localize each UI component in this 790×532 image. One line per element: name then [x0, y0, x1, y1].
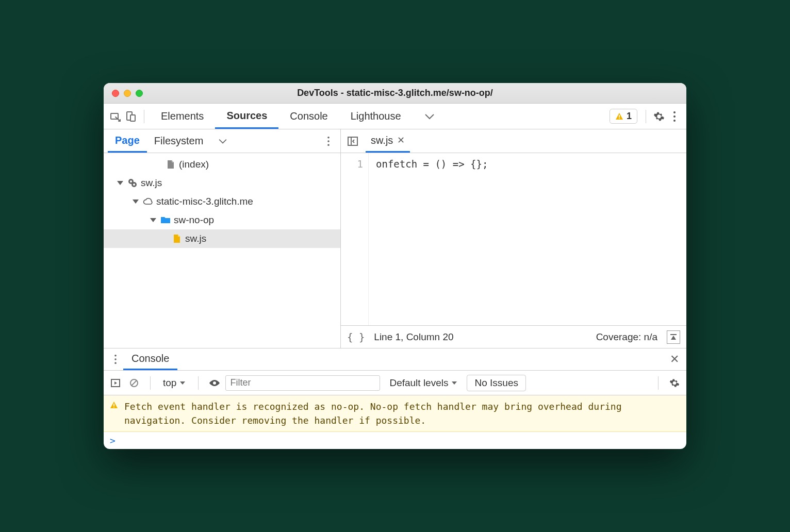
line-number: 1 [341, 158, 363, 170]
svg-point-7 [673, 120, 676, 122]
warnings-count: 1 [627, 111, 632, 122]
tree-label: sw-no-op [174, 214, 214, 226]
close-icon[interactable]: ✕ [667, 352, 682, 367]
editor-statusbar: { } Line 1, Column 20 Coverage: n/a [341, 325, 686, 348]
divider [646, 110, 646, 123]
tree-file-index[interactable]: (index) [104, 155, 340, 174]
console-prompt[interactable]: > [104, 432, 686, 449]
svg-point-14 [133, 184, 135, 186]
gear-icon[interactable] [667, 375, 682, 391]
levels-label: Default levels [389, 377, 448, 389]
svg-point-5 [673, 111, 676, 113]
code-line: onfetch = () => {}; [376, 158, 686, 170]
prompt-icon: > [110, 435, 116, 446]
navigator-tabs: Page Filesystem [104, 129, 340, 153]
tab-console[interactable]: Console [278, 104, 339, 129]
tree-label: sw.js [185, 233, 206, 244]
drawer-tab-console[interactable]: Console [123, 348, 177, 370]
code-editor[interactable]: 1 onfetch = () => {}; [341, 153, 686, 325]
tree-folder[interactable]: sw-no-op [104, 211, 340, 229]
svg-point-12 [130, 180, 132, 182]
svg-point-10 [327, 144, 330, 146]
navigator-tab-filesystem[interactable]: Filesystem [147, 129, 211, 153]
console-toolbar: top Default levels No Issues [104, 371, 686, 395]
tree-domain[interactable]: static-misc-3.glitch.me [104, 192, 340, 211]
svg-rect-16 [670, 334, 677, 335]
play-icon[interactable] [108, 375, 123, 391]
divider [144, 110, 144, 123]
file-tabs: sw.js ✕ [341, 129, 686, 153]
main-toolbar: Elements Sources Console Lighthouse 1 [104, 104, 686, 129]
clear-console-icon[interactable] [126, 375, 142, 391]
code-content: onfetch = () => {}; [369, 153, 686, 325]
console-body: Fetch event handler is recognized as no-… [104, 395, 686, 449]
divider [150, 376, 151, 390]
tree-file-swjs[interactable]: sw.js [104, 229, 340, 248]
svg-point-9 [327, 140, 330, 142]
svg-rect-3 [619, 115, 620, 118]
window-title: DevTools - static-misc-3.glitch.me/sw-no… [104, 88, 686, 98]
scroll-top-icon[interactable] [667, 330, 680, 344]
disclosure-icon[interactable] [150, 218, 156, 222]
disclosure-icon[interactable] [117, 181, 123, 185]
devtools-window: DevTools - static-misc-3.glitch.me/sw-no… [104, 83, 686, 449]
titlebar: DevTools - static-misc-3.glitch.me/sw-no… [104, 83, 686, 104]
close-icon[interactable]: ✕ [397, 135, 405, 146]
editor-panel: sw.js ✕ 1 onfetch = () => {}; { } Line 1… [341, 129, 686, 348]
navigator-tab-page[interactable]: Page [108, 129, 147, 153]
svg-point-8 [327, 136, 330, 138]
svg-rect-2 [130, 115, 135, 121]
tree-sw-root[interactable]: sw.js [104, 174, 340, 192]
coverage-label: Coverage: n/a [596, 331, 657, 343]
tab-elements[interactable]: Elements [150, 104, 215, 129]
filter-input[interactable] [225, 375, 380, 391]
toggle-navigator-icon[interactable] [345, 134, 360, 149]
svg-rect-4 [619, 118, 620, 119]
log-levels-selector[interactable]: Default levels [389, 377, 457, 389]
kebab-menu-icon[interactable] [321, 134, 336, 149]
tree-label: (index) [179, 159, 209, 170]
divider [658, 376, 659, 390]
context-label: top [163, 377, 176, 389]
svg-point-17 [114, 355, 117, 357]
tab-sources[interactable]: Sources [215, 104, 278, 129]
warnings-badge[interactable]: 1 [610, 109, 637, 124]
svg-point-18 [114, 358, 117, 360]
tab-lighthouse[interactable]: Lighthouse [339, 104, 413, 129]
more-tabs-icon[interactable] [413, 104, 447, 129]
line-gutter: 1 [341, 153, 369, 325]
console-warning-row[interactable]: Fetch event handler is recognized as no-… [104, 395, 686, 432]
issues-button[interactable]: No Issues [467, 375, 525, 391]
kebab-menu-icon[interactable] [667, 109, 682, 124]
warning-text: Fetch event handler is recognized as no-… [124, 400, 680, 427]
cursor-position: Line 1, Column 20 [374, 331, 453, 343]
context-selector[interactable]: top [159, 377, 190, 389]
svg-point-19 [114, 362, 117, 364]
file-tree: (index) sw.js static-misc-3.glitch.me sw… [104, 153, 340, 348]
panels: Page Filesystem (index) sw.js [104, 129, 686, 348]
disclosure-icon[interactable] [133, 200, 139, 204]
eye-icon[interactable] [207, 375, 222, 391]
tree-label: static-misc-3.glitch.me [156, 196, 253, 207]
device-toolbar-icon[interactable] [123, 109, 139, 124]
kebab-menu-icon[interactable] [108, 352, 123, 367]
file-tab-label: sw.js [371, 135, 393, 146]
svg-point-6 [673, 115, 676, 118]
format-braces-icon[interactable]: { } [347, 331, 365, 343]
svg-rect-22 [113, 404, 114, 406]
inspect-element-icon[interactable] [108, 109, 123, 124]
file-tab-swjs[interactable]: sw.js ✕ [366, 129, 410, 153]
svg-rect-23 [113, 407, 114, 408]
gear-icon[interactable] [651, 109, 667, 124]
tree-label: sw.js [141, 177, 162, 189]
divider [198, 376, 199, 390]
sources-navigator: Page Filesystem (index) sw.js [104, 129, 341, 348]
main-tabs: Elements Sources Console Lighthouse [150, 104, 447, 129]
drawer-header: Console ✕ [104, 348, 686, 371]
more-navigator-tabs-icon[interactable] [210, 129, 235, 153]
